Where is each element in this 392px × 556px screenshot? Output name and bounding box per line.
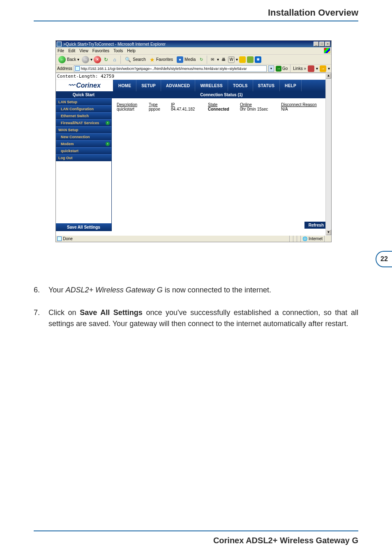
favorites-button[interactable]: ★ Favorites: [148, 56, 174, 63]
window-maximize-button[interactable]: □: [319, 42, 325, 46]
page-icon: [57, 236, 62, 241]
product-name: ADSL2+ Wireless Gateway G: [65, 286, 162, 294]
page-content-area: Content-Length: 42759 〰Corinex HOME SETU…: [56, 73, 331, 235]
text: Your: [48, 286, 65, 294]
sidebar-lan-setup[interactable]: LAN Setup: [56, 98, 111, 105]
nav-home[interactable]: HOME: [113, 80, 136, 91]
links-extra-icon[interactable]: →: [320, 65, 326, 72]
scroll-down-arrow[interactable]: ▼: [326, 229, 331, 235]
corinex-logo: 〰Corinex: [56, 80, 113, 91]
header-rule: [34, 21, 358, 21]
sidebar-item-label: Firewall/NAT Services: [61, 121, 99, 125]
sidebar-logout[interactable]: Log Out: [56, 154, 111, 161]
val-type: pppoe: [149, 107, 167, 111]
address-input[interactable]: http://192.168.1.1/cgi-bin/webcm?getpage…: [74, 65, 267, 72]
val-state: Connected: [208, 107, 236, 111]
status-zone: 🌐 Internet: [300, 236, 324, 242]
refresh-button[interactable]: ↻: [102, 56, 110, 63]
sidebar-quickstart[interactable]: quickstart: [56, 147, 111, 154]
menu-file[interactable]: File: [58, 49, 64, 53]
media-label: Media: [184, 57, 196, 62]
sidebar-quick-start-header: Quick Start: [56, 91, 111, 98]
back-button[interactable]: ← Back ▾: [57, 56, 81, 63]
menu-tools[interactable]: Tools: [113, 49, 123, 53]
refresh-button[interactable]: Refresh: [304, 222, 328, 229]
back-label: Back: [67, 57, 76, 62]
instructions-block: 6. Your ADSL2+ Wireless Gateway G is now…: [34, 285, 358, 341]
instruction-7: 7. Click on Save All Settings once you'v…: [34, 307, 358, 329]
menu-favorites[interactable]: Favorites: [92, 49, 109, 53]
save-all-settings-text: Save All Settings: [80, 308, 143, 317]
nav-status[interactable]: STATUS: [253, 80, 280, 91]
media-button[interactable]: ● Media: [175, 56, 197, 63]
dropdown-icon: ▾: [316, 66, 318, 71]
messenger-button[interactable]: [247, 56, 254, 63]
save-all-settings-button[interactable]: Save All Settings: [56, 223, 111, 231]
norton-icon[interactable]: [308, 65, 314, 72]
status-bar: Done 🌐 Internet: [56, 235, 331, 242]
window-close-button[interactable]: ×: [325, 42, 330, 46]
footer-title: Corinex ADSL2+ Wireless Gateway G: [213, 536, 358, 545]
edit-button[interactable]: W: [228, 56, 235, 63]
sidebar-lan-config[interactable]: LAN Configuration: [56, 105, 111, 112]
address-dropdown[interactable]: ▼: [268, 65, 274, 72]
back-arrow-icon: ←: [58, 56, 66, 63]
status-cell: [293, 236, 297, 242]
go-button[interactable]: → Go: [276, 66, 288, 72]
val-disconnect-reason: N/A: [281, 107, 326, 111]
print-button[interactable]: 🖶: [220, 56, 227, 63]
resize-grip[interactable]: [324, 236, 330, 242]
page-header: Installation Overview: [268, 7, 358, 18]
forward-button[interactable]: →: [82, 56, 89, 63]
sidebar-firewall-nat[interactable]: Firewall/NAT Services ›: [56, 119, 111, 126]
search-button[interactable]: 🔍 Search: [123, 56, 147, 63]
nav-help[interactable]: HELP: [280, 80, 302, 91]
scroll-up-arrow[interactable]: ▲: [326, 73, 331, 79]
nav-wireless[interactable]: WIRELESS: [195, 80, 228, 91]
nav-tools[interactable]: TOOLS: [228, 80, 253, 91]
status-done: Done: [63, 236, 73, 241]
page-number-badge: 22: [376, 251, 392, 267]
col-disconnect-reason: Disconnect Reason: [281, 102, 326, 107]
status-cell: [289, 236, 293, 242]
browser-screenshot: >Quick Start>TryToConnect - Microsoft In…: [55, 40, 332, 242]
corinex-header: 〰Corinex HOME SETUP ADVANCED WIRELESS TO…: [56, 80, 331, 91]
col-state: State: [208, 102, 236, 107]
sidebar-ethernet-switch[interactable]: Ethernet Switch: [56, 112, 111, 119]
window-minimize-button[interactable]: _: [314, 42, 319, 46]
address-url: http://192.168.1.1/cgi-bin/webcm?getpage…: [81, 67, 247, 71]
star-icon: ★: [150, 56, 155, 63]
go-arrow-icon: →: [276, 66, 281, 72]
history-button[interactable]: ↻: [198, 56, 205, 63]
stop-button[interactable]: ×: [94, 56, 101, 63]
dropdown-icon: ▾: [328, 66, 330, 71]
bluetooth-button[interactable]: ✱: [255, 56, 261, 63]
toolbar-divider: [120, 56, 121, 64]
vertical-scrollbar[interactable]: ▲ ▼: [325, 73, 331, 235]
toolbar-divider: [207, 56, 207, 64]
menu-edit[interactable]: Edit: [68, 49, 75, 53]
home-button[interactable]: ⌂: [111, 56, 118, 63]
links-label[interactable]: Links »: [293, 66, 306, 71]
sidebar-new-connection[interactable]: New Connection: [56, 133, 111, 140]
nav-advanced[interactable]: ADVANCED: [161, 80, 195, 91]
val-description: quickstart: [117, 107, 145, 111]
content-length-text: Content-Length: 42759: [56, 73, 331, 80]
sidebar-wan-setup[interactable]: WAN Setup: [56, 126, 111, 133]
connection-status-panel: Connection Status (1) Description Type I…: [112, 91, 331, 231]
col-description: Description: [117, 102, 145, 107]
mail-button[interactable]: ✉: [209, 56, 216, 63]
address-label: Address: [57, 66, 72, 71]
window-title-bar: >Quick Start>TryToConnect - Microsoft In…: [56, 41, 331, 47]
menu-help[interactable]: Help: [127, 49, 136, 53]
instruction-6: 6. Your ADSL2+ Wireless Gateway G is now…: [34, 285, 358, 296]
toolbar: ← Back ▾ → ▾ × ↻ ⌂ 🔍 Search ★ Favorites …: [56, 55, 331, 65]
col-online: Online: [240, 102, 277, 107]
connection-table: Description Type IP State Online Disconn…: [112, 102, 331, 111]
discuss-button[interactable]: [239, 56, 246, 63]
sidebar: Quick Start LAN Setup LAN Configuration …: [56, 91, 112, 231]
sidebar-modem[interactable]: Modem ›: [56, 140, 111, 147]
nav-setup[interactable]: SETUP: [136, 80, 161, 91]
menu-view[interactable]: View: [79, 49, 88, 53]
search-icon: 🔍: [124, 56, 131, 63]
